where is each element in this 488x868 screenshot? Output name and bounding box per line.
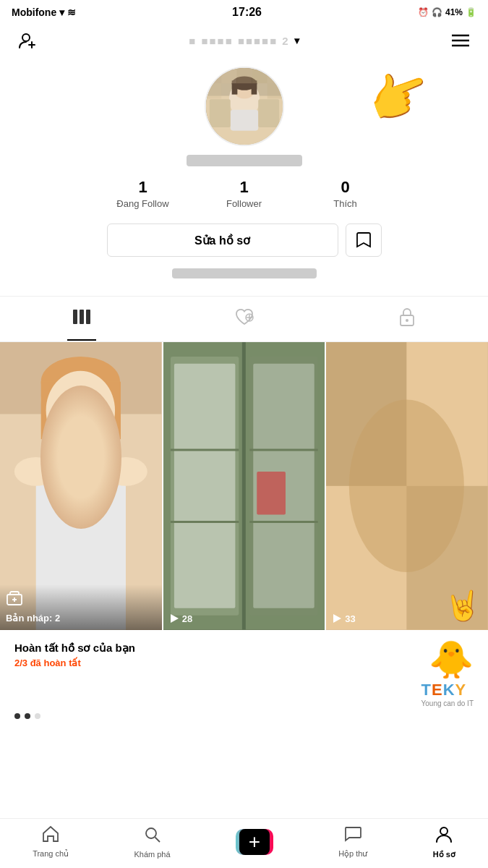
username-blurred: ■ ■■■■ ■■■■■ 2: [189, 35, 289, 47]
search-icon: [144, 826, 161, 848]
nav-home[interactable]: Trang chủ: [33, 825, 69, 859]
likes-label: Thích: [333, 198, 357, 209]
profile-name-blurred: [187, 155, 302, 166]
svg-point-41: [87, 401, 101, 411]
stat-following[interactable]: 1 Đang Follow: [93, 178, 194, 209]
svg-rect-23: [267, 83, 282, 98]
draft-icon: [6, 590, 156, 610]
battery-icon: 🔋: [466, 7, 476, 17]
svg-rect-20: [252, 68, 267, 83]
likes-count: 0: [341, 178, 349, 197]
tabs-row: [0, 296, 488, 342]
play-count-2: 28: [169, 613, 192, 624]
nav-profile[interactable]: Hồ sơ: [433, 825, 455, 859]
nav-explore-label: Khám phá: [134, 850, 170, 859]
svg-rect-56: [174, 364, 235, 608]
action-buttons: Sửa hồ sơ: [107, 224, 382, 257]
status-time: 17:26: [232, 6, 262, 19]
headphone-icon: 🎧: [432, 7, 442, 17]
following-count: 1: [138, 178, 147, 197]
plus-icon: +: [249, 832, 260, 852]
stats-row: 1 Đang Follow 1 Follower 0 Thích: [14, 178, 474, 209]
svg-point-40: [61, 402, 72, 409]
stat-followers[interactable]: 1 Follower: [194, 178, 295, 209]
nav-inbox[interactable]: Hộp thư: [338, 825, 367, 859]
inbox-icon: [343, 825, 362, 847]
bookmark-button[interactable]: [346, 224, 382, 257]
svg-rect-26: [86, 310, 90, 324]
video-grid: Bản nháp: 2 28: [0, 342, 488, 630]
carrier-text: Mobifone: [12, 7, 56, 18]
username-area[interactable]: ■ ■■■■ ■■■■■ 2 ▾: [189, 35, 299, 47]
progress-dot-3: [35, 713, 40, 719]
pointing-hand-emoji: 👉: [359, 58, 439, 135]
svg-point-44: [69, 423, 92, 433]
svg-rect-24: [73, 310, 77, 324]
svg-point-0: [22, 34, 30, 41]
svg-point-71: [146, 828, 156, 838]
svg-rect-21: [267, 68, 282, 83]
dropdown-chevron: ▾: [294, 35, 299, 46]
svg-point-43: [77, 414, 84, 420]
svg-rect-45: [69, 446, 92, 468]
svg-point-48: [104, 457, 147, 486]
nav-home-label: Trang chủ: [33, 849, 69, 859]
progress-dot-1: [14, 713, 20, 719]
svg-rect-19: [236, 68, 252, 83]
status-left: Mobifone ▾ ≋: [12, 7, 76, 18]
videos-grid-icon: [72, 308, 92, 330]
profile-section: 👉: [0, 59, 488, 296]
progress-indicator: [14, 713, 474, 719]
svg-rect-17: [206, 68, 221, 83]
create-button[interactable]: +: [236, 829, 273, 855]
svg-marker-64: [171, 614, 179, 623]
svg-point-38: [46, 371, 115, 450]
rock-hand-emoji: 🤘: [445, 589, 481, 623]
edit-profile-button[interactable]: Sửa hồ sơ: [107, 224, 338, 257]
video-thumbnail-3[interactable]: 🤘 33: [326, 342, 488, 630]
top-nav: ■ ■■■■ ■■■■■ 2 ▾: [0, 22, 488, 59]
lock-icon: [398, 307, 416, 331]
video-thumbnail-1[interactable]: Bản nháp: 2: [0, 342, 162, 630]
nav-explore[interactable]: Khám phá: [134, 826, 170, 859]
profile-icon: [435, 825, 453, 848]
svg-point-69: [349, 400, 464, 573]
svg-rect-22: [206, 83, 221, 98]
progress-dot-2: [25, 713, 30, 719]
svg-point-73: [440, 827, 448, 835]
nav-profile-label: Hồ sơ: [433, 850, 455, 859]
battery-text: 41%: [445, 7, 463, 17]
play-count-3: 33: [332, 613, 355, 624]
bio-blurred: [172, 268, 317, 278]
hamburger-menu-button[interactable]: [448, 27, 474, 54]
status-bar: Mobifone ▾ ≋ 17:26 ⏰ 🎧 41% 🔋: [0, 0, 488, 22]
svg-point-31: [406, 319, 408, 322]
draft-overlay: Bản nháp: 2: [0, 584, 162, 630]
tab-private-videos[interactable]: [325, 304, 488, 334]
tab-liked-videos[interactable]: [163, 305, 325, 333]
wifi-icon: ▾ ≋: [59, 7, 76, 18]
video-thumbnail-2[interactable]: 28: [163, 342, 325, 630]
svg-marker-70: [333, 614, 341, 623]
complete-profile-banner[interactable]: Hoàn tất hồ sơ của bạn 2/3 đã hoàn tất 🐥…: [0, 630, 488, 733]
nav-create[interactable]: +: [236, 829, 273, 855]
profile-avatar[interactable]: [205, 67, 284, 146]
banner-subtitle: 2/3 đã hoàn tất: [14, 658, 135, 668]
tab-my-videos[interactable]: [0, 305, 163, 333]
svg-point-47: [14, 457, 58, 486]
svg-rect-63: [257, 472, 286, 515]
followers-label: Follower: [226, 198, 262, 209]
draft-label: Bản nháp: 2: [6, 613, 60, 624]
avatar-image: [206, 68, 283, 145]
teky-logo: TEKYYoung can do IT: [421, 681, 474, 707]
heart-icon: [234, 307, 254, 331]
svg-point-42: [89, 402, 99, 409]
banner-title: Hoàn tất hồ sơ của bạn: [14, 642, 135, 655]
add-user-button[interactable]: [14, 27, 40, 54]
stat-likes[interactable]: 0 Thích: [295, 178, 396, 209]
svg-rect-18: [221, 68, 236, 83]
status-right: ⏰ 🎧 41% 🔋: [418, 7, 476, 17]
bottom-nav: Trang chủ Khám phá + Hộp thư Hồ: [0, 818, 488, 868]
home-icon: [41, 825, 60, 847]
svg-line-72: [155, 837, 160, 842]
